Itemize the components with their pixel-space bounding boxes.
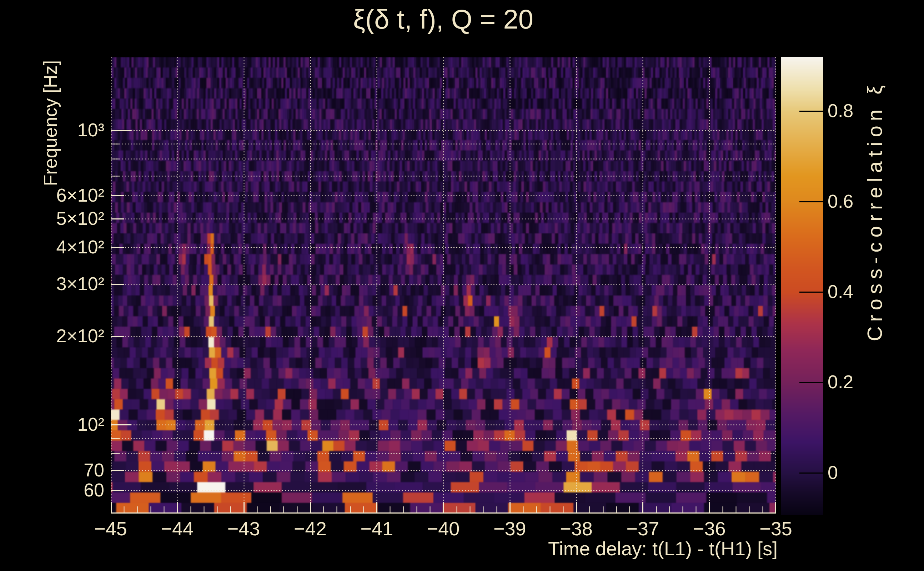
y-tick-label: 70: [0, 460, 104, 480]
colorbar-title: Cross-correlation ξ: [862, 40, 885, 382]
colorbar-tick-label: 0.6: [828, 191, 892, 211]
x-tick-label: −41: [348, 519, 405, 539]
colorbar-tick-label: 0.8: [828, 101, 892, 120]
y-tick-label: 4×10²: [0, 237, 104, 256]
y-tick-label: 6×10²: [0, 185, 104, 205]
x-tick-label: −43: [215, 519, 272, 539]
colorbar-canvas: [781, 57, 823, 515]
chart-title: ξ(δ t, f), Q = 20: [111, 3, 776, 35]
x-tick-label: −42: [282, 519, 339, 539]
x-axis-title: Time delay: t(L1) - t(H1) [s]: [111, 537, 777, 560]
x-tick-label: −37: [614, 519, 671, 539]
y-tick-label: 10³: [0, 120, 104, 139]
colorbar-tick-label: 0.4: [828, 282, 892, 301]
x-tick-label: −39: [481, 519, 538, 539]
colorbar-tick-label: 0.2: [828, 372, 892, 392]
x-tick-label: −40: [415, 519, 472, 539]
qscan-cross-correlation-plot: ξ(δ t, f), Q = 20 Frequency [Hz] Time de…: [0, 0, 924, 571]
y-tick-label: 60: [0, 480, 104, 500]
x-tick-label: −36: [681, 519, 738, 539]
x-tick-label: −44: [148, 519, 206, 539]
colorbar-tick-label: 0: [828, 463, 892, 482]
y-tick-label: 5×10²: [0, 209, 104, 228]
y-tick-label: 3×10²: [0, 274, 104, 293]
x-tick-label: −35: [747, 519, 804, 539]
x-tick-label: −38: [548, 519, 605, 539]
x-tick-label: −45: [82, 519, 139, 539]
heatmap-canvas: [111, 57, 776, 514]
y-tick-label: 2×10²: [0, 326, 104, 346]
y-tick-label: 10²: [0, 415, 104, 434]
